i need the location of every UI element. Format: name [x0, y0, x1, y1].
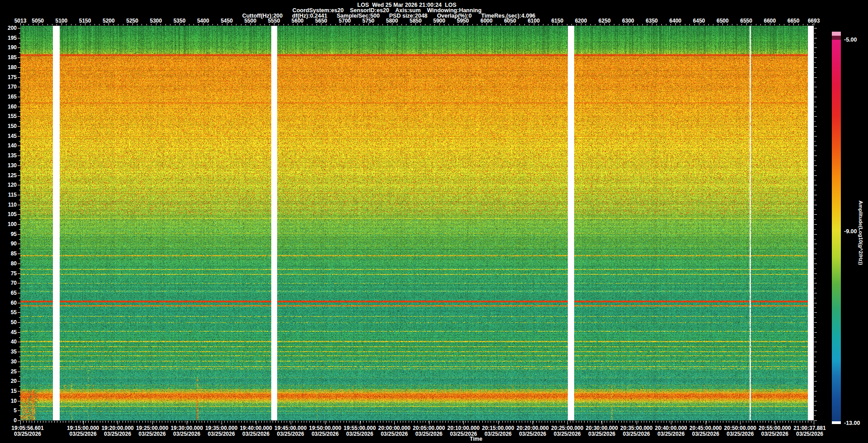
top-minor-tick: [798, 24, 799, 25]
bottom-minor-tick: [137, 421, 137, 423]
bottom-minor-tick: [43, 421, 43, 423]
left-minor-tick: [19, 278, 20, 278]
top-major-tick: [486, 23, 487, 25]
right-major-tick: [814, 244, 817, 244]
bottom-minor-tick: [664, 421, 664, 423]
top-minor-tick: [165, 24, 166, 25]
top-minor-tick: [363, 24, 364, 25]
left-minor-tick: [19, 317, 20, 318]
bottom-minor-tick: [261, 421, 262, 423]
frequency-tick-label: 65: [0, 290, 17, 296]
bottom-minor-tick: [443, 421, 443, 423]
top-minor-tick: [66, 24, 66, 25]
bottom-minor-tick: [607, 421, 607, 423]
top-minor-tick: [670, 24, 671, 25]
left-minor-tick: [19, 180, 20, 180]
frequency-tick-label: 130: [0, 162, 17, 169]
left-minor-tick: [19, 170, 20, 171]
left-minor-tick: [19, 131, 20, 132]
top-minor-tick: [704, 24, 704, 25]
left-major-tick: [18, 156, 20, 156]
left-major-tick: [18, 77, 20, 78]
left-major-tick: [18, 264, 20, 264]
frequency-tick-label: 15: [0, 388, 17, 394]
spectrogram-canvas: [20, 26, 814, 420]
right-major-tick: [814, 352, 817, 352]
top-minor-tick: [444, 24, 444, 25]
bottom-minor-tick: [797, 421, 797, 423]
frequency-tick-label: 115: [0, 192, 17, 198]
bottom-major-tick: [463, 421, 464, 424]
top-major-tick: [581, 23, 581, 25]
top-minor-tick: [619, 24, 619, 25]
bottom-minor-tick: [709, 421, 709, 423]
bottom-minor-tick: [621, 421, 622, 423]
left-major-tick: [18, 214, 20, 215]
bottom-minor-tick: [431, 421, 432, 423]
left-major-tick: [18, 372, 20, 372]
top-minor-tick: [326, 24, 326, 25]
bottom-minor-tick: [208, 421, 208, 423]
bottom-minor-tick: [275, 421, 276, 423]
bottom-date-text: 03/25/2026: [724, 431, 756, 437]
top-minor-tick: [255, 24, 255, 25]
top-minor-tick: [803, 24, 803, 25]
frequency-tick-label: 55: [0, 309, 17, 316]
top-minor-tick: [425, 24, 425, 25]
bottom-minor-tick: [627, 421, 627, 423]
top-major-tick: [61, 23, 62, 25]
top-major-tick: [368, 23, 369, 25]
left-major-tick: [18, 116, 20, 117]
top-minor-tick: [340, 24, 340, 25]
right-minor-tick: [814, 239, 816, 240]
bottom-interval-label: 19:55:00.00003/25/2026: [344, 425, 376, 437]
bottom-interval-label: 20:50:00.00003/25/2026: [724, 425, 756, 437]
bottom-minor-tick: [479, 421, 480, 423]
left-minor-tick: [19, 33, 20, 33]
bottom-minor-tick: [556, 421, 557, 423]
bottom-minor-tick: [372, 421, 372, 423]
top-minor-tick: [269, 24, 270, 25]
frequency-tick-label: 40: [0, 339, 17, 345]
bottom-minor-tick: [270, 421, 270, 423]
right-minor-tick: [814, 357, 816, 357]
bottom-date-text: 03/25/2026: [205, 431, 237, 437]
bottom-date-text: 03/25/2026: [655, 431, 687, 437]
bottom-minor-tick: [476, 421, 477, 423]
top-major-tick: [557, 23, 558, 25]
bottom-minor-tick: [40, 421, 41, 423]
bottom-minor-tick: [717, 421, 718, 423]
top-minor-tick: [90, 24, 90, 25]
bottom-major-tick: [325, 421, 326, 424]
top-minor-tick: [453, 24, 454, 25]
top-major-tick: [392, 23, 392, 25]
frequency-tick-label: 175: [0, 74, 17, 80]
right-major-tick: [814, 381, 817, 382]
bottom-minor-tick: [533, 421, 533, 423]
bottom-minor-tick: [491, 421, 491, 423]
right-minor-tick: [814, 347, 816, 347]
top-minor-tick: [633, 24, 633, 25]
bottom-minor-tick: [445, 421, 446, 423]
bottom-major-tick: [775, 421, 775, 424]
bottom-minor-tick: [675, 421, 675, 423]
bottom-date-text: 03/25/2026: [101, 431, 133, 437]
bottom-minor-tick: [692, 421, 692, 423]
frequency-tick-label: 110: [0, 202, 17, 208]
left-major-tick: [18, 126, 20, 127]
bottom-minor-tick: [417, 421, 418, 423]
bottom-minor-tick: [811, 421, 811, 423]
bottom-minor-tick: [624, 421, 624, 423]
bottom-minor-tick: [264, 421, 264, 423]
bottom-minor-tick: [151, 421, 151, 423]
bottom-minor-tick: [740, 421, 741, 423]
bottom-minor-tick: [539, 421, 539, 423]
frequency-tick-label: 10: [0, 398, 17, 404]
right-minor-tick: [814, 92, 816, 92]
right-minor-tick: [814, 386, 816, 386]
bottom-minor-tick: [644, 421, 644, 423]
left-minor-tick: [19, 43, 20, 43]
bottom-minor-tick: [83, 421, 83, 423]
bottom-minor-tick: [731, 421, 732, 423]
bottom-minor-tick: [349, 421, 349, 423]
